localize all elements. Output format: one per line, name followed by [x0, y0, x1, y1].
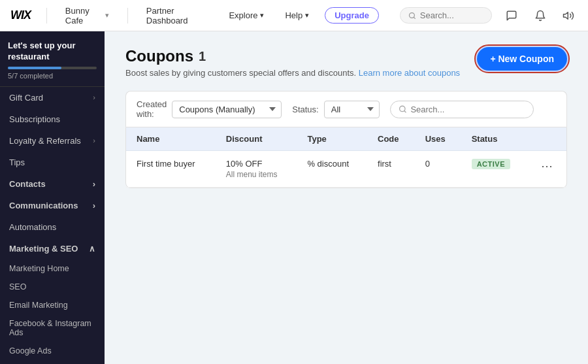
coupon-search-box[interactable]: [390, 101, 534, 118]
loyalty-label: Loyalty & Referrals: [9, 136, 81, 146]
coupons-table-container: Name Discount Type Code Uses Status Firs…: [125, 127, 567, 188]
subscriptions-label: Subscriptions: [9, 114, 60, 124]
marketing-home-label: Marketing Home: [9, 264, 69, 273]
announcements-icon-button[interactable]: [559, 5, 578, 26]
cell-name: First time buyer: [126, 151, 216, 188]
table-header: Name Discount Type Code Uses Status: [126, 127, 566, 151]
col-code: Code: [367, 127, 415, 151]
partner-dashboard-label: Partner Dashboard: [146, 6, 208, 25]
new-coupon-button[interactable]: + New Coupon: [477, 47, 567, 71]
sidebar-item-email-marketing[interactable]: Email Marketing: [0, 296, 105, 314]
communications-chevron-icon: ›: [93, 201, 95, 210]
marketing-chevron-icon: ∧: [89, 244, 95, 254]
col-discount: Discount: [216, 127, 297, 151]
sidebar-item-contacts[interactable]: Contacts ›: [0, 173, 105, 195]
google-ads-label: Google Ads: [9, 346, 52, 356]
contacts-label: Contacts: [9, 179, 46, 189]
sidebar-item-google-ads[interactable]: Google Ads: [0, 342, 105, 360]
site-name-label: Bunny Cafe: [65, 6, 103, 25]
page-title-text: Coupons: [125, 47, 193, 65]
page-header: Coupons 1 Boost sales by giving customer…: [125, 47, 567, 78]
nav-divider-1: [46, 8, 47, 24]
main-content: Coupons 1 Boost sales by giving customer…: [105, 31, 588, 364]
cell-status: ACTIVE: [461, 151, 529, 188]
status-filter: Status: All Active Expired: [292, 101, 379, 118]
sidebar: Let's set up your restaurant 5/7 complet…: [0, 31, 105, 364]
gift-card-chevron-icon: ›: [93, 93, 95, 101]
search-icon: [408, 11, 416, 20]
explore-chevron-icon: ▾: [260, 11, 264, 20]
gift-card-label: Gift Card: [9, 93, 43, 103]
col-type: Type: [297, 127, 367, 151]
page-title: Coupons 1: [125, 47, 460, 65]
discount-main: 10% OFF: [226, 159, 287, 169]
cell-uses: 0: [415, 151, 461, 188]
cell-actions[interactable]: ⋯: [528, 151, 566, 188]
nav-divider-2: [127, 8, 128, 24]
sidebar-item-subscriptions[interactable]: Subscriptions: [0, 108, 105, 130]
automations-label: Automations: [9, 222, 56, 232]
col-name: Name: [126, 127, 216, 151]
status-label: Status:: [292, 105, 318, 114]
messages-icon-button[interactable]: [502, 5, 521, 26]
communications-label: Communications: [9, 201, 78, 210]
table-row: First time buyer 10% OFF All menu items …: [126, 151, 566, 188]
marketing-seo-label: Marketing & SEO: [9, 244, 78, 254]
nav-partner-dashboard[interactable]: Partner Dashboard: [141, 3, 214, 28]
sidebar-item-marketing-home[interactable]: Marketing Home: [0, 259, 105, 278]
sidebar-item-google-business[interactable]: Google Business Profile: [0, 360, 105, 364]
col-uses: Uses: [415, 127, 461, 151]
notifications-icon-button[interactable]: [531, 5, 549, 26]
help-label: Help: [285, 10, 302, 20]
sidebar-setup-section: Let's set up your restaurant 5/7 complet…: [0, 31, 105, 87]
sidebar-item-loyalty[interactable]: Loyalty & Referrals ›: [0, 130, 105, 152]
megaphone-icon: [563, 10, 574, 22]
row-actions-button[interactable]: ⋯: [538, 159, 556, 173]
page-title-area: Coupons 1 Boost sales by giving customer…: [125, 47, 460, 78]
tips-label: Tips: [9, 157, 25, 167]
coupon-search-input[interactable]: [410, 105, 525, 114]
discount-sub: All menu items: [226, 170, 287, 179]
sidebar-item-gift-card[interactable]: Gift Card ›: [0, 87, 105, 108]
learn-more-link[interactable]: Learn more about coupons: [359, 68, 460, 78]
cell-code: first: [367, 151, 415, 188]
col-status: Status: [461, 127, 529, 151]
col-actions: [528, 127, 566, 151]
nav-search-box[interactable]: [400, 7, 492, 24]
main-layout: Let's set up your restaurant 5/7 complet…: [0, 31, 588, 364]
bell-icon: [534, 10, 546, 22]
sidebar-item-tips[interactable]: Tips: [0, 152, 105, 173]
sidebar-item-marketing-seo[interactable]: Marketing & SEO ∧: [0, 238, 105, 259]
nav-help[interactable]: Help ▾: [280, 8, 314, 23]
wix-logo: WIX: [10, 8, 31, 22]
table-header-row: Name Discount Type Code Uses Status: [126, 127, 566, 151]
chat-icon: [506, 10, 517, 22]
status-select[interactable]: All Active Expired: [324, 101, 380, 118]
new-coupon-label: + New Coupon: [490, 54, 554, 64]
loyalty-chevron-icon: ›: [93, 137, 95, 144]
created-with-select[interactable]: Coupons (Manually) Coupons (Automated): [172, 101, 282, 118]
setup-title: Let's set up your restaurant: [8, 41, 97, 63]
progress-bar-background: [8, 67, 97, 69]
subtitle-text: Boost sales by giving customers special …: [125, 68, 356, 78]
cell-type: % discount: [297, 151, 367, 188]
top-navigation: WIX Bunny Cafe ▾ Partner Dashboard Explo…: [0, 0, 588, 31]
sidebar-item-fb-instagram[interactable]: Facebook & Instagram Ads: [0, 314, 105, 342]
table-body: First time buyer 10% OFF All menu items …: [126, 151, 566, 188]
page-subtitle: Boost sales by giving customers special …: [125, 68, 460, 78]
fb-instagram-label: Facebook & Instagram Ads: [9, 319, 91, 337]
created-with-label: Created with:: [137, 99, 167, 119]
sidebar-item-automations[interactable]: Automations: [0, 216, 105, 238]
email-marketing-label: Email Marketing: [9, 301, 68, 310]
sidebar-item-communications[interactable]: Communications ›: [0, 195, 105, 216]
cell-discount: 10% OFF All menu items: [216, 151, 297, 188]
progress-bar-fill: [8, 67, 61, 69]
nav-explore[interactable]: Explore ▾: [223, 8, 269, 23]
site-name-dropdown[interactable]: Bunny Cafe ▾: [60, 3, 114, 28]
site-chevron-icon: ▾: [105, 11, 109, 20]
upgrade-button[interactable]: Upgrade: [325, 7, 379, 24]
svg-line-1: [414, 17, 415, 18]
nav-search-input[interactable]: [420, 10, 484, 20]
sidebar-item-seo[interactable]: SEO: [0, 278, 105, 296]
seo-label: SEO: [9, 282, 26, 291]
